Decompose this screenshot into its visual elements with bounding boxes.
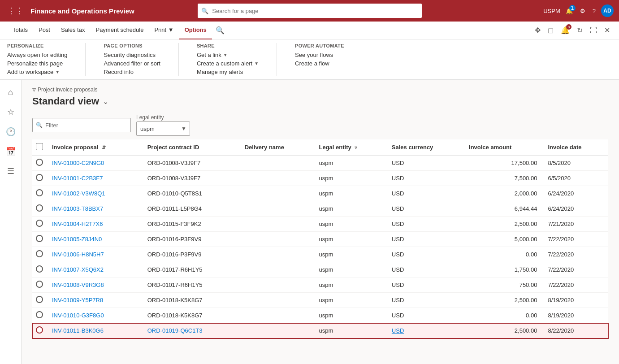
sidebar-calendar-icon[interactable]: 📅 — [2, 143, 20, 160]
ribbon-search-icon[interactable]: 🔍 — [216, 26, 225, 35]
ribbon-icon-3[interactable]: 🔔 0 — [559, 24, 571, 36]
tab-payment-schedule[interactable]: Payment schedule — [90, 22, 149, 39]
waffle-icon[interactable]: ⋮⋮ — [5, 4, 25, 17]
tab-sales-tax[interactable]: Sales tax — [56, 22, 90, 39]
separator-1 — [85, 43, 86, 76]
sidebar-recent-icon[interactable]: 🕐 — [2, 123, 20, 141]
ribbon-icon-1[interactable]: ✥ — [533, 24, 542, 36]
row-radio-cell — [32, 171, 47, 186]
filter-icon[interactable]: ▿ — [32, 85, 36, 94]
row-contract: ORD-01008-V3J9F7 — [142, 171, 239, 186]
invoice-link[interactable]: INV-01009-Y5P7R8 — [52, 297, 103, 303]
always-open-editing[interactable]: Always open for editing — [7, 51, 67, 59]
contract-link[interactable]: ORD-01019-Q6C1T3 — [147, 327, 203, 334]
invoice-link[interactable]: INV-01008-V9R3G8 — [52, 282, 104, 288]
ribbon-icon-2[interactable]: ◻ — [546, 24, 555, 36]
radio-button[interactable] — [36, 326, 43, 334]
radio-button[interactable] — [36, 265, 43, 273]
invoice-link[interactable]: INV-01004-H2T7X6 — [52, 221, 103, 227]
radio-button[interactable] — [36, 174, 43, 181]
help-icon[interactable]: ? — [591, 6, 597, 16]
sidebar-list-icon[interactable]: ☰ — [2, 162, 20, 180]
sidebar-star-icon[interactable]: ☆ — [2, 103, 20, 121]
view-chevron-icon[interactable]: ⌄ — [103, 97, 108, 106]
legal-entity-select[interactable]: uspm — [136, 121, 190, 136]
separator-2 — [178, 43, 179, 76]
invoice-link[interactable]: INV-01002-V3W8Q1 — [52, 190, 105, 197]
tab-options[interactable]: Options — [179, 22, 212, 39]
security-diagnostics[interactable]: Security diagnostics — [104, 51, 160, 59]
currency-link[interactable]: USD — [392, 327, 404, 334]
invoice-link[interactable]: INV-01005-Z8J4N0 — [52, 236, 102, 243]
invoice-link[interactable]: INV-01001-C2B3F7 — [52, 175, 103, 182]
tab-post[interactable]: Post — [33, 22, 56, 39]
invoice-link[interactable]: INV-01007-X5Q6X2 — [52, 266, 104, 273]
tab-print[interactable]: Print ▼ — [149, 22, 179, 39]
row-amount: 2,500.00 — [463, 323, 542, 338]
separator-3 — [277, 43, 277, 76]
advanced-filter-sort[interactable]: Advanced filter or sort — [104, 60, 160, 67]
page-header: ▿ Project invoice proposals Standard vie… — [22, 80, 619, 111]
ribbon-icon-refresh[interactable]: ↻ — [575, 24, 584, 36]
ribbon-badge: 0 — [566, 24, 571, 30]
see-your-flows[interactable]: See your flows — [295, 51, 349, 59]
add-to-workspace[interactable]: Add to workspace ▼ — [7, 68, 67, 76]
filter-input-wrap: 🔍 — [32, 118, 131, 132]
entity-filter-icon[interactable]: ▿ — [355, 145, 357, 150]
personalize-label: Personalize — [7, 43, 67, 48]
invoice-link[interactable]: INV-01003-T8BBX7 — [52, 205, 103, 212]
sort-icon[interactable]: ⇵ — [102, 145, 106, 150]
row-entity: uspm — [313, 171, 386, 186]
notification-badge: 1 — [569, 5, 576, 11]
row-entity: uspm — [313, 323, 386, 338]
manage-my-alerts[interactable]: Manage my alerts — [197, 68, 259, 76]
row-entity: uspm — [313, 201, 386, 217]
row-currency: USD — [386, 247, 463, 262]
invoice-link[interactable]: INV-01010-G3F8G0 — [52, 312, 104, 319]
avatar[interactable]: AD — [601, 4, 614, 17]
notification-icon[interactable]: 🔔 1 — [564, 6, 575, 16]
invoice-table: Invoice proposal ⇵ Project contract ID D… — [32, 139, 608, 338]
personalize-this-page[interactable]: Personalize this page — [7, 60, 67, 67]
sidebar-home-icon[interactable]: ⌂ — [2, 83, 20, 101]
radio-button[interactable] — [36, 311, 43, 318]
row-entity: uspm — [313, 262, 386, 277]
row-entity: uspm — [313, 186, 386, 201]
row-invoice: INV-01008-V9R3G8 — [47, 277, 142, 293]
radio-button[interactable] — [36, 250, 43, 257]
invoice-link[interactable]: INV-01006-H8N5H7 — [52, 251, 104, 258]
radio-button[interactable] — [36, 281, 43, 288]
row-currency: USD — [386, 156, 463, 171]
table-header-row: Invoice proposal ⇵ Project contract ID D… — [32, 139, 608, 156]
invoice-link[interactable]: INV-01000-C2N9G0 — [52, 160, 104, 166]
row-contract: ORD-01015-F3F9K2 — [142, 217, 239, 232]
radio-button[interactable] — [36, 220, 43, 227]
row-delivery — [239, 232, 314, 247]
row-contract: ORD-01018-K5K8G7 — [142, 308, 239, 323]
create-custom-alert[interactable]: Create a custom alert ▼ — [197, 60, 259, 67]
ribbon-icon-close[interactable]: ✕ — [602, 24, 612, 36]
radio-button[interactable] — [36, 296, 43, 303]
power-automate-items: See your flows Create a flow — [295, 51, 349, 67]
search-input[interactable] — [198, 4, 422, 18]
filter-input[interactable] — [32, 118, 131, 132]
get-a-link[interactable]: Get a link ▼ — [197, 51, 259, 59]
invoice-link[interactable]: INV-01011-B3K0G6 — [52, 327, 104, 334]
radio-button[interactable] — [36, 189, 43, 196]
radio-button[interactable] — [36, 235, 43, 242]
legal-entity-group: Legal entity uspm ▼ — [136, 114, 190, 136]
create-a-flow[interactable]: Create a flow — [295, 60, 349, 67]
select-all-checkbox[interactable] — [36, 143, 43, 150]
row-contract: ORD-01017-R6H1Y5 — [142, 262, 239, 277]
row-amount: 0.00 — [463, 247, 542, 262]
tab-totals[interactable]: Totals — [7, 22, 33, 39]
ribbon-icon-expand[interactable]: ⛶ — [588, 25, 599, 36]
radio-button[interactable] — [36, 159, 43, 166]
radio-button[interactable] — [36, 204, 43, 212]
record-info[interactable]: Record info — [104, 68, 160, 76]
row-delivery — [239, 217, 314, 232]
table-row: INV-01009-Y5P7R8ORD-01018-K5K8G7uspmUSD2… — [32, 293, 608, 308]
settings-icon[interactable]: ⚙ — [578, 6, 587, 16]
row-delivery — [239, 171, 314, 186]
table-row: INV-01005-Z8J4N0ORD-01016-P3F9V9uspmUSD5… — [32, 232, 608, 247]
